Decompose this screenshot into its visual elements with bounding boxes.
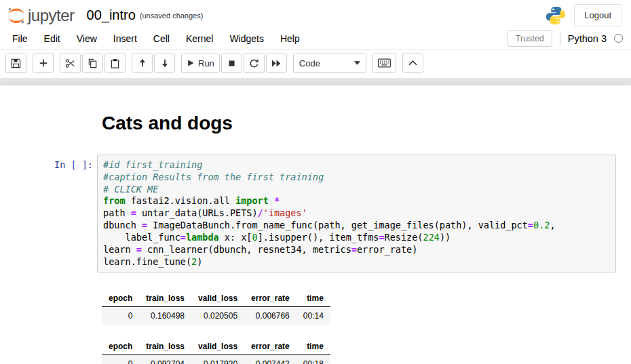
copy-cell-button[interactable] [82,54,103,73]
logout-button[interactable]: Logout [574,4,622,26]
table-row: 00.0927040.0179200.00744200:18 [102,355,330,364]
notebook-header: jupyter 00_intro (unsaved changes) Logou… [0,0,631,28]
table-cell: 0 [102,307,139,325]
cell-type-select[interactable]: Code [293,54,366,73]
code-line: label_func=lambda x: x[0].isupper(), ite… [103,232,610,244]
save-button[interactable] [5,54,26,73]
kernel-idle-icon [614,34,623,43]
menu-item-cell[interactable]: Cell [145,30,178,47]
table-cell: 0.006766 [244,307,297,325]
copy-icon [88,58,98,68]
plus-icon [39,58,48,68]
menu-item-insert[interactable]: Insert [105,30,145,47]
chevron-down-icon [354,61,360,65]
code-line: # CLICK ME [103,184,610,196]
markdown-cell[interactable]: Cats and dogs [54,107,616,145]
jupyter-logo-text: jupyter [28,6,75,25]
output-area: epochtrain_lossvalid_losserror_ratetime0… [97,282,616,364]
paste-cell-button[interactable] [104,54,126,73]
add-cell-button[interactable] [33,54,54,73]
table-column-header: train_loss [139,338,191,355]
trusted-badge[interactable]: Trusted [508,31,552,47]
header-right: Logout [546,4,622,26]
menu-item-kernel[interactable]: Kernel [178,30,221,47]
menu-divider [560,32,560,45]
run-button[interactable]: Run [181,54,220,73]
table-cell: 0.017920 [191,355,244,364]
table-cell: 0.092704 [139,355,191,364]
table-cell: 0.007442 [244,355,297,364]
code-line: path = untar_data(URLs.PETS)/'images' [103,207,610,220]
menu-item-edit[interactable]: Edit [36,30,69,47]
table-row: 00.1604980.0205050.00676600:14 [102,307,330,325]
table-cell: 00:14 [297,307,330,325]
menu-bar: FileEditViewInsertCellKernelWidgetsHelp … [0,28,631,49]
move-cell-down-button[interactable] [154,54,175,73]
table-column-header: error_rate [244,290,297,307]
table-column-header: error_rate [244,338,297,355]
header-left: jupyter 00_intro (unsaved changes) [7,6,203,25]
notebook-title[interactable]: 00_intro [87,7,136,23]
table-cell: 0.160498 [139,307,191,325]
table-column-header: time [297,290,330,307]
training-results-table: epochtrain_lossvalid_losserror_ratetime0… [102,338,330,364]
stop-icon [227,59,236,68]
input-prompt: In [ ]: [54,155,92,272]
table-column-header: epoch [102,338,139,355]
move-cell-up-button[interactable] [132,54,153,73]
markdown-cell-prompt [54,107,92,145]
cell-type-value: Code [299,58,320,68]
interrupt-kernel-button[interactable] [221,54,242,73]
kernel-name: Python 3 [568,33,607,44]
table-column-header: epoch [102,290,139,307]
code-line: from fastai2.vision.all import * [103,195,610,207]
menu-item-help[interactable]: Help [272,30,308,47]
table-cell: 0 [102,355,139,364]
code-line: learn = cnn_learner(dbunch, resnet34, me… [103,244,610,256]
restart-run-all-button[interactable] [266,54,287,73]
notebook-area: Cats and dogs In [ ]: #id first_training… [0,79,631,364]
toolbar-chevron-up-button[interactable] [402,54,423,73]
cut-cell-button[interactable] [60,54,81,73]
table-cell: 0.020505 [191,307,244,325]
autosave-status: (unsaved changes) [140,12,204,20]
code-line: #caption Results from the first training [103,171,610,184]
table-column-header: time [297,338,330,355]
notebook-container: Cats and dogs In [ ]: #id first_training… [0,85,631,364]
code-line: dbunch = ImageDataBunch.from_name_func(p… [103,220,610,232]
jupyter-logo[interactable]: jupyter [7,6,75,25]
table-column-header: valid_loss [191,338,244,355]
output-prompt [54,282,92,364]
training-results-table: epochtrain_lossvalid_losserror_ratetime0… [102,290,330,325]
section-heading: Cats and dogs [102,113,616,134]
command-palette-button[interactable] [372,54,396,73]
output-cell: epochtrain_lossvalid_losserror_ratetime0… [54,282,616,364]
play-icon [187,59,195,67]
menu-item-widgets[interactable]: Widgets [221,30,272,47]
arrow-down-icon [160,58,170,68]
table-column-header: train_loss [139,290,191,307]
table-column-header: valid_loss [191,290,244,307]
python-logo-icon [546,5,566,26]
menu-right: Trusted Python 3 [508,31,623,47]
run-button-label: Run [198,58,214,68]
scissors-icon [65,58,75,68]
paste-icon [110,58,120,68]
code-cell[interactable]: In [ ]: #id first_training#caption Resul… [54,155,616,272]
table-cell: 00:18 [297,355,330,364]
code-line: #id first_training [103,159,610,171]
chevron-up-icon [408,60,417,66]
keyboard-icon [378,58,391,68]
menu-items: FileEditViewInsertCellKernelWidgetsHelp [4,30,308,47]
code-editor[interactable]: #id first_training#caption Results from … [97,155,616,272]
code-line: learn.fine_tune(2) [103,256,610,268]
menu-item-view[interactable]: View [69,30,105,47]
restart-kernel-button[interactable] [244,54,265,73]
save-icon [11,58,21,68]
arrow-up-icon [138,58,147,68]
restart-icon [249,58,259,68]
markdown-rendered: Cats and dogs [97,107,616,145]
menu-item-file[interactable]: File [4,30,36,47]
fast-forward-icon [271,59,282,68]
toolbar: Run Code [0,49,631,79]
